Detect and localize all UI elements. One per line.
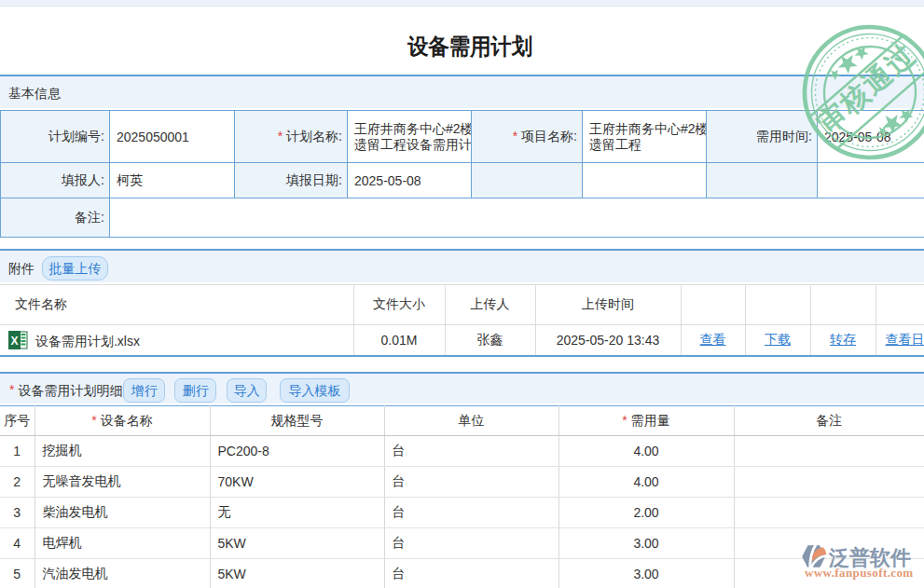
svg-text:X: X: [10, 335, 18, 348]
